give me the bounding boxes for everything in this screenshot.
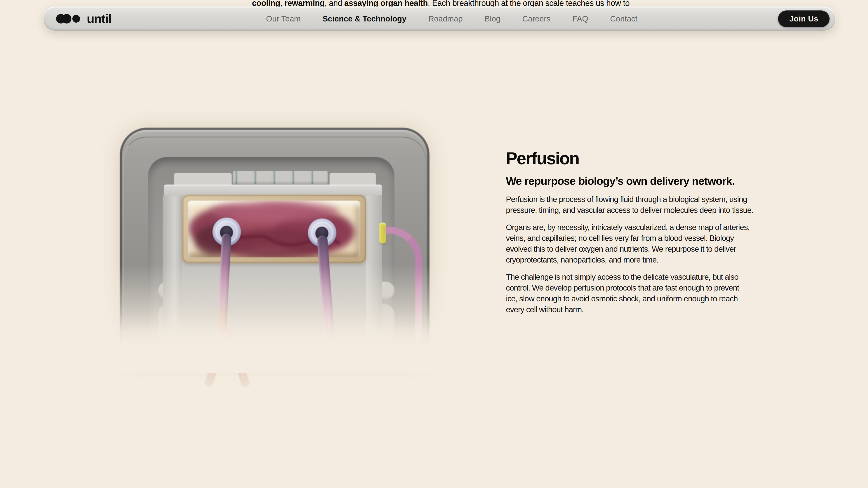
paragraph: Perfusion is the process of flowing flui… — [506, 194, 777, 216]
intro-text-segment: , — [280, 0, 284, 8]
cassette-lid-block — [330, 173, 376, 186]
section-subtitle: We repurpose biology’s own delivery netw… — [506, 174, 777, 188]
page-title: Perfusion — [506, 149, 777, 168]
nav-item-contact[interactable]: Contact — [610, 14, 638, 23]
logo-dots-icon — [56, 14, 80, 24]
intro-text-segment: cooling — [252, 0, 280, 8]
nav-links: Our Team Science & Technology Roadmap Bl… — [266, 7, 638, 31]
illustration-fade — [86, 264, 479, 373]
cassette-fins — [233, 171, 328, 184]
nav-item-roadmap[interactable]: Roadmap — [428, 14, 463, 23]
intro-text-segment: assaying organ health — [344, 0, 428, 8]
join-us-button[interactable]: Join Us — [778, 10, 830, 27]
page: cooling, rewarming, and assaying organ h… — [0, 0, 868, 488]
logo-wordmark: until — [87, 11, 112, 26]
nav-item-faq[interactable]: FAQ — [572, 14, 588, 23]
cassette-lid-block — [174, 173, 232, 186]
organ-window — [182, 195, 366, 263]
intro-text-segment: rewarming — [284, 0, 324, 8]
paragraph: Organs are, by necessity, intricately va… — [506, 222, 777, 265]
content-column: Perfusion We repurpose biology’s own del… — [506, 149, 777, 315]
paragraph: The challenge is not simply access to th… — [506, 271, 777, 315]
nav-item-science-technology[interactable]: Science & Technology — [322, 14, 406, 23]
logo[interactable]: until — [56, 11, 112, 26]
intro-text-segment: . Each breakthrough at the organ scale t… — [428, 0, 630, 8]
navbar: until Our Team Science & Technology Road… — [43, 7, 835, 31]
nav-item-careers[interactable]: Careers — [522, 14, 550, 23]
side-port-yellow — [379, 223, 386, 243]
nav-item-blog[interactable]: Blog — [485, 14, 500, 23]
intro-text-segment: , and — [324, 0, 344, 8]
nav-item-our-team[interactable]: Our Team — [266, 14, 301, 23]
